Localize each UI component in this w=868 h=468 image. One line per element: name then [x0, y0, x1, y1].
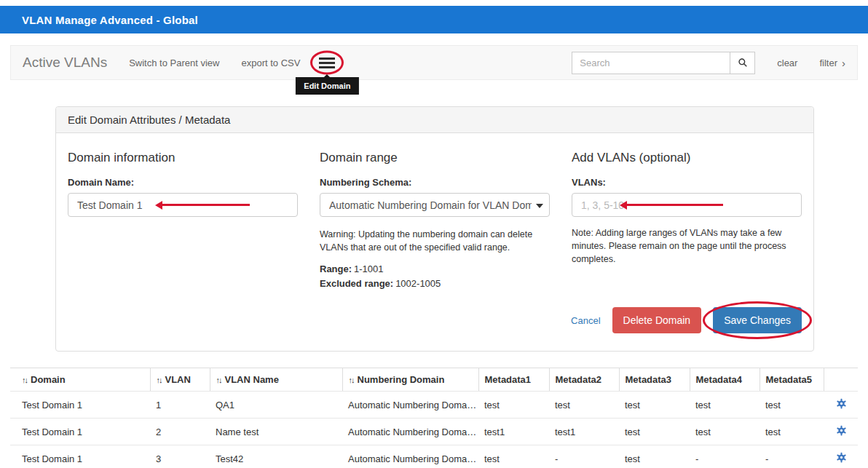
excluded-range-label: Excluded range:: [320, 278, 393, 289]
panel-title: Edit Domain Attributes / Metadata: [56, 107, 813, 133]
cancel-link[interactable]: Cancel: [571, 315, 600, 326]
vlans-input[interactable]: [572, 193, 802, 217]
row-settings-button[interactable]: [836, 398, 847, 409]
cell-numbering-domain: Automatic Numbering Doma…: [342, 445, 478, 468]
header-vlan-name[interactable]: ↑↓VLAN Name: [210, 368, 342, 392]
cell-metadata1: test: [478, 392, 549, 419]
clear-link[interactable]: clear: [777, 57, 797, 68]
table-row: Test Domain 1 1 QA1 Automatic Numbering …: [10, 392, 858, 419]
filter-link[interactable]: filter ›: [819, 57, 845, 68]
cell-metadata3: test: [619, 392, 690, 419]
edit-domain-tooltip: Edit Domain: [296, 77, 358, 95]
cell-vlan: 1: [150, 392, 210, 419]
filter-label: filter: [819, 57, 837, 68]
cell-vlan-name: Test42: [210, 445, 342, 468]
domain-name-label: Domain Name:: [68, 177, 298, 188]
row-settings-button[interactable]: [836, 452, 847, 463]
gear-icon: [836, 398, 847, 409]
delete-domain-button[interactable]: Delete Domain: [612, 307, 702, 333]
sort-icon: ↑↓: [22, 376, 27, 384]
app-header: VLAN Manage Advanced - Global: [0, 6, 868, 33]
search-group: [572, 52, 755, 74]
cell-metadata5: test: [760, 392, 824, 419]
header-numbering-domain[interactable]: ↑↓Numbering Domain: [342, 368, 478, 392]
cell-domain: Test Domain 1: [10, 445, 150, 468]
cell-domain: Test Domain 1: [10, 392, 150, 419]
export-csv-link[interactable]: export to CSV: [241, 57, 300, 68]
table-row: Test Domain 1 2 Name test Automatic Numb…: [10, 419, 858, 445]
cell-metadata1: test: [478, 445, 549, 468]
excluded-range-line: Excluded range:1002-1005: [320, 278, 550, 289]
numbering-warning-text: Warning: Updating the numbering domain c…: [320, 228, 550, 254]
numbering-schema-value: Automatic Numbering Domain for VLAN Doma: [329, 199, 532, 211]
toolbar: Active VLANs Switch to Parent view expor…: [10, 45, 858, 80]
cell-metadata2: -: [549, 445, 619, 468]
vlans-label: VLANs:: [572, 177, 802, 188]
header-domain[interactable]: ↑↓Domain: [10, 368, 150, 392]
select-caret-icon: [536, 204, 543, 208]
excluded-range-value: 1002-1005: [395, 278, 441, 289]
vlans-note-text: Note: Adding large ranges of VLANs may t…: [572, 226, 794, 266]
active-vlans-title: Active VLANs: [23, 55, 107, 71]
panel-body: Domain information Domain Name: Domain r…: [56, 133, 813, 351]
page: VLAN Manage Advanced - Global Active VLA…: [0, 0, 868, 468]
panel-actions: Cancel Delete Domain Save Changes: [68, 307, 802, 333]
numbering-schema-label: Numbering Schema:: [320, 177, 550, 188]
cell-domain: Test Domain 1: [10, 419, 150, 445]
edit-domain-menu-button[interactable]: Edit Domain: [319, 57, 335, 68]
table-row: Test Domain 1 3 Test42 Automatic Numberi…: [10, 445, 858, 468]
cell-metadata3: test: [619, 445, 690, 468]
cell-vlan-name: Name test: [210, 419, 342, 445]
header-vlan[interactable]: ↑↓VLAN: [150, 368, 210, 392]
tooltip-label: Edit Domain: [304, 82, 350, 90]
header-metadata2: Metadata2: [549, 368, 619, 392]
cell-vlan: 3: [150, 445, 210, 468]
domain-information-section: Domain information Domain Name:: [68, 146, 298, 293]
vlan-table: ↑↓Domain ↑↓VLAN ↑↓VLAN Name ↑↓Numbering …: [10, 368, 858, 468]
cell-metadata4: -: [690, 445, 760, 468]
gear-icon: [836, 425, 847, 436]
sort-icon: ↑↓: [349, 376, 354, 384]
search-button[interactable]: [730, 52, 755, 74]
range-line: Range:1-1001: [320, 263, 550, 274]
cell-numbering-domain: Automatic Numbering Doma…: [342, 419, 478, 445]
switch-parent-view-link[interactable]: Switch to Parent view: [129, 57, 219, 68]
sort-icon: ↑↓: [157, 376, 162, 384]
table-header-row: ↑↓Domain ↑↓VLAN ↑↓VLAN Name ↑↓Numbering …: [10, 368, 858, 392]
cell-vlan-name: QA1: [210, 392, 342, 419]
row-settings-button[interactable]: [836, 425, 847, 436]
domain-range-section: Domain range Numbering Schema: Automatic…: [320, 146, 550, 293]
edit-domain-panel: Edit Domain Attributes / Metadata Domain…: [55, 106, 814, 352]
save-changes-button[interactable]: Save Changes: [713, 307, 802, 333]
search-input[interactable]: [572, 52, 730, 74]
add-vlans-heading: Add VLANs (optional): [572, 151, 802, 165]
header-metadata1: Metadata1: [478, 368, 549, 392]
cell-metadata3: test: [619, 419, 690, 445]
range-label: Range:: [320, 263, 352, 274]
cell-metadata1: test1: [478, 419, 549, 445]
cell-metadata4: test: [690, 392, 760, 419]
cell-metadata5: -: [760, 445, 824, 468]
range-value: 1-1001: [354, 263, 383, 274]
cell-metadata2: test1: [549, 419, 619, 445]
cell-metadata2: test: [549, 392, 619, 419]
add-vlans-section: Add VLANs (optional) VLANs: Note: Adding…: [572, 146, 802, 293]
domain-information-heading: Domain information: [68, 151, 298, 165]
domain-name-input[interactable]: [68, 193, 298, 217]
page-title: VLAN Manage Advanced - Global: [22, 14, 198, 26]
cell-vlan: 2: [150, 419, 210, 445]
numbering-schema-select[interactable]: Automatic Numbering Domain for VLAN Doma: [320, 193, 550, 217]
header-metadata5: Metadata5: [760, 368, 824, 392]
cell-metadata5: test: [760, 419, 824, 445]
hamburger-icon: [319, 57, 335, 68]
header-actions: [824, 368, 858, 392]
header-metadata3: Metadata3: [619, 368, 690, 392]
chevron-right-icon: ›: [842, 57, 845, 68]
sort-icon: ↑↓: [216, 376, 221, 384]
search-icon: [738, 57, 748, 68]
header-metadata4: Metadata4: [690, 368, 760, 392]
domain-range-heading: Domain range: [320, 151, 550, 165]
cell-numbering-domain: Automatic Numbering Doma…: [342, 392, 478, 419]
cell-metadata4: test: [690, 419, 760, 445]
gear-icon: [836, 452, 847, 463]
